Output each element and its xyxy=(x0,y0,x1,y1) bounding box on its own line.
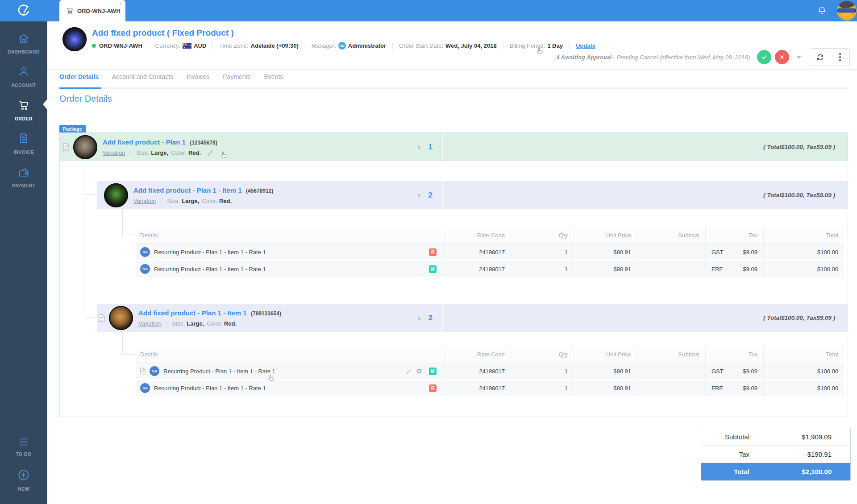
subtotal-cell xyxy=(637,244,705,260)
tab-underline-track xyxy=(59,87,848,89)
rate-name: Recurring Product - Plan 1 - Item 1 - Ra… xyxy=(154,249,266,256)
tab-payments[interactable]: Payments xyxy=(223,73,250,87)
rate-name: Recurring Product - Plan 1 - Item 1 - Ra… xyxy=(154,266,266,273)
sidebar-item-account[interactable]: ACCOUNT xyxy=(0,58,47,88)
col-qty: Qty xyxy=(511,227,574,244)
avatar-face xyxy=(841,12,852,19)
order-summary: Subtotal $1,909.09 Tax $190.91 Total $2,… xyxy=(701,428,851,481)
product-id: (45678912) xyxy=(246,188,273,194)
variation-link[interactable]: Variation xyxy=(103,149,125,156)
tree-line xyxy=(122,235,136,235)
item-row: Add fixed product - Plan 1 - Item 1 (789… xyxy=(97,304,848,332)
reject-button[interactable] xyxy=(775,50,789,64)
size-value: Large, xyxy=(151,149,168,156)
notifications-bell-icon[interactable] xyxy=(817,5,827,16)
timezone-value: Adelaide (+09:30) xyxy=(251,42,299,49)
rate-avatar-badge: SA xyxy=(140,264,150,274)
tax-type: GST xyxy=(711,368,724,375)
product-title-link[interactable]: Add fixed product - Plan 1 xyxy=(103,138,186,146)
sidebar-item-label: DASHBOARD xyxy=(8,49,40,54)
row-total-text: ( Total$100.00, Tax$9.09 ) xyxy=(763,304,835,332)
total-cell: $100.00 xyxy=(763,244,844,260)
tab-close-icon[interactable]: × xyxy=(119,1,122,7)
tree-line xyxy=(84,194,97,195)
approval-status-text: 4 Awaiting Approval - Pending Cancel (ef… xyxy=(556,54,750,61)
size-value: Large, xyxy=(182,198,199,204)
edit-pencil-icon[interactable] xyxy=(406,368,412,374)
item-row: Add fixed product - Plan 1 - Item 1 (456… xyxy=(97,181,848,209)
refresh-button[interactable] xyxy=(810,49,830,66)
col-rate-code: Rate Code xyxy=(445,227,511,244)
tab-events[interactable]: Events xyxy=(264,73,283,87)
active-tab-underline xyxy=(59,87,101,89)
summary-subtotal-row: Subtotal $1,909.09 xyxy=(701,428,850,446)
user-avatar[interactable] xyxy=(837,1,857,21)
manager-value: Administrator xyxy=(348,42,386,49)
tab-order-details[interactable]: Order Details xyxy=(59,73,99,87)
package-header-row: Add fixed product - Plan 1 (12345678) Va… xyxy=(60,133,848,161)
rate-code-cell: 24198017 xyxy=(445,380,511,396)
sidebar-item-label: NEW xyxy=(18,486,29,492)
order-meta-row: ORD-WNJ-AWH Currency: AUD Time Zone: Ade… xyxy=(92,42,595,50)
product-id: (789123654) xyxy=(251,310,281,317)
total-cell: $100.00 xyxy=(763,363,844,379)
tax-type: FRE xyxy=(711,385,723,392)
sidebar-item-order[interactable]: ORDER xyxy=(0,92,47,121)
payment-wallet-icon xyxy=(17,166,30,178)
product-info: Add fixed product - Plan 1 - Item 1 (789… xyxy=(138,309,281,327)
unit-price-cell: $90.91 xyxy=(574,363,637,379)
subtotal-cell xyxy=(637,380,705,396)
product-title-link[interactable]: Add fixed product - Plan 1 - Item 1 xyxy=(133,186,242,194)
settings-gear-icon[interactable]: ⚙ xyxy=(416,368,422,375)
edit-pencil-icon[interactable] xyxy=(207,149,214,156)
tax-amount: $9.09 xyxy=(743,385,757,392)
sidebar-item-payment[interactable]: PAYMENT xyxy=(0,159,47,188)
order-workspace-tab[interactable]: ORD-WNJ-AWH × xyxy=(59,0,125,21)
order-header: Add fixed product ( Fixed Product ) ORD-… xyxy=(47,21,857,70)
color-label: Color: xyxy=(202,198,217,204)
sidebar-item-label: ACCOUNT xyxy=(11,83,36,88)
product-title-link[interactable]: Add fixed product - Plan 1 - Item 1 xyxy=(138,309,247,317)
product-info: Add fixed product - Plan 1 (12345678) Va… xyxy=(103,138,217,156)
sidebar-item-dashboard[interactable]: DASHBOARD xyxy=(0,25,47,54)
product-meta: Variation Size: Large, Color: Red. xyxy=(103,149,217,156)
tab-account-and-contacts[interactable]: Account and Contacts xyxy=(112,73,173,87)
tab-invoices[interactable]: Invoices xyxy=(187,73,209,87)
col-qty: Qty xyxy=(511,346,574,363)
subtotal-cell xyxy=(637,261,705,277)
tree-line xyxy=(122,209,123,235)
unit-price-cell: $90.91 xyxy=(574,244,637,260)
approval-count: 4 Awaiting Approval xyxy=(556,54,612,61)
quantity-x: x xyxy=(418,144,421,150)
header-button-group xyxy=(810,48,850,66)
timezone-label: Time Zone: xyxy=(219,42,248,49)
currency-label: Currency: xyxy=(155,42,180,49)
app-logo[interactable] xyxy=(0,0,47,21)
quantity-block: x 2 xyxy=(418,181,433,209)
table-row: SA Recurring Product - Plan 1 - Item 1 -… xyxy=(136,380,844,397)
tree-line xyxy=(84,318,97,318)
total-label: Total xyxy=(701,468,749,475)
sidebar-item-invoice[interactable]: $ INVOICE xyxy=(0,125,47,155)
product-id: (12345678) xyxy=(190,140,217,146)
rate-type-badge: M xyxy=(429,265,437,273)
rates-table: Details Rate Code Qty Unit Price Subtota… xyxy=(136,227,844,278)
approval-dropdown-caret-icon[interactable] xyxy=(796,56,802,59)
package-container: Add fixed product - Plan 1 (12345678) Va… xyxy=(59,132,848,417)
quantity-block: x 1 xyxy=(418,133,433,161)
summary-total-row: Total $2,100.00 xyxy=(701,463,850,480)
approve-button[interactable] xyxy=(757,50,771,64)
section-divider xyxy=(59,110,848,110)
sidebar-item-new[interactable]: NEW xyxy=(0,462,47,492)
variation-link[interactable]: Variation xyxy=(138,320,161,327)
color-value: Red. xyxy=(219,198,232,204)
australia-flag-icon xyxy=(183,43,191,49)
sidebar-item-label: ORDER xyxy=(15,116,33,121)
more-options-kebab-icon[interactable] xyxy=(830,49,849,66)
col-unit-price: Unit Price xyxy=(574,227,637,244)
rate-avatar-badge: SA xyxy=(150,366,159,376)
total-cell: $100.00 xyxy=(763,261,844,277)
sidebar-item-todo[interactable]: TO DO xyxy=(0,427,47,457)
variation-link[interactable]: Variation xyxy=(133,198,156,204)
currency-value: AUD xyxy=(194,42,206,49)
